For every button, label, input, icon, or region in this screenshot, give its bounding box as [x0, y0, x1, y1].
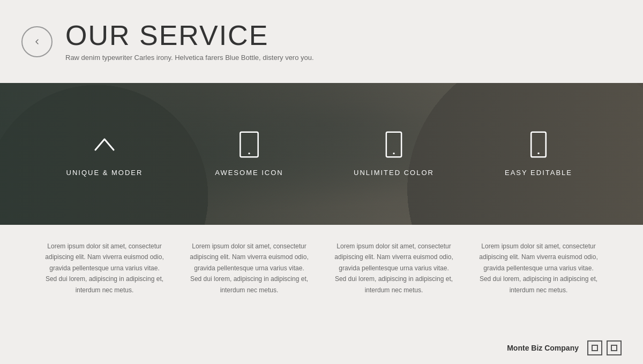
footer-next-button[interactable]: [607, 340, 622, 355]
page-subtitle: Raw denim typewriter Carles irony. Helve…: [65, 54, 314, 62]
footer-next-icon: [611, 345, 617, 351]
mobile-icon: [525, 131, 552, 158]
back-button[interactable]: [21, 26, 53, 57]
banner-section: UNIQUE & MODER AWESOME ICON UNLIMITED CO…: [0, 83, 643, 225]
description-text-0: Lorem ipsum dolor sit amet, consectetur …: [43, 241, 166, 295]
tablet-icon: [236, 131, 263, 158]
description-item-1: Lorem ipsum dolor sit amet, consectetur …: [177, 241, 322, 295]
description-text-1: Lorem ipsum dolor sit amet, consectetur …: [188, 241, 311, 295]
service-item-unique: UNIQUE & MODER: [32, 131, 177, 177]
svg-rect-6: [592, 345, 597, 351]
footer-prev-button[interactable]: [587, 340, 602, 355]
service-label-unique: UNIQUE & MODER: [66, 169, 143, 177]
description-item-2: Lorem ipsum dolor sit amet, consectetur …: [322, 241, 466, 295]
back-arrow-icon: [33, 37, 41, 46]
service-item-awesome: AWESOME ICON: [177, 131, 322, 177]
description-text-3: Lorem ipsum dolor sit amet, consectetur …: [477, 241, 600, 295]
banner-content: UNIQUE & MODER AWESOME ICON UNLIMITED CO…: [0, 83, 643, 225]
page-title: OUR SERVICE: [65, 21, 314, 49]
bottom-section: Lorem ipsum dolor sit amet, consectetur …: [0, 225, 643, 332]
description-text-2: Lorem ipsum dolor sit amet, consectetur …: [332, 241, 455, 295]
top-section: OUR SERVICE Raw denim typewriter Carles …: [0, 0, 643, 83]
service-label-unlimited: UNLIMITED COLOR: [354, 169, 434, 177]
service-label-awesome: AWESOME ICON: [215, 169, 283, 177]
description-item-3: Lorem ipsum dolor sit amet, consectetur …: [466, 241, 611, 295]
brand-bold: Monte Biz: [507, 344, 542, 352]
svg-rect-7: [611, 345, 617, 351]
description-item-0: Lorem ipsum dolor sit amet, consectetur …: [32, 241, 177, 295]
chevron-up-icon: [91, 131, 118, 158]
title-area: OUR SERVICE Raw denim typewriter Carles …: [65, 21, 314, 62]
footer: Monte Biz Company: [0, 332, 643, 364]
service-item-unlimited: UNLIMITED COLOR: [322, 131, 466, 177]
brand-normal: Company: [542, 344, 579, 352]
footer-brand: Monte Biz Company: [507, 344, 579, 352]
footer-prev-icon: [592, 345, 598, 351]
footer-nav-buttons: [587, 340, 622, 355]
service-label-easy: EASY EDITABLE: [505, 169, 572, 177]
phone-icon: [380, 131, 407, 158]
service-item-easy: EASY EDITABLE: [466, 131, 611, 177]
